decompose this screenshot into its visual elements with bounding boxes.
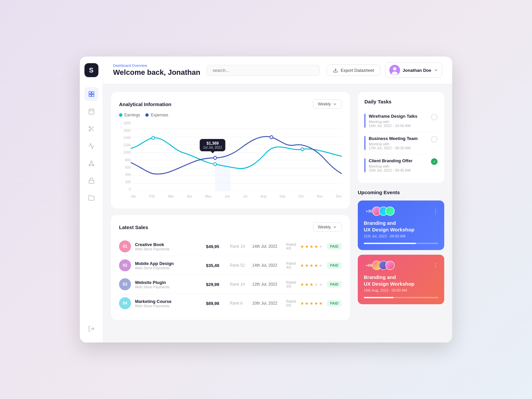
- task-info: Wireframe Design Talks Meeting with 16th…: [369, 114, 428, 128]
- chart-x-axis: JanFebMarAprMay JunJulAugSepOct NovDec: [131, 195, 342, 201]
- sales-section: Latest Sales Weekly 01 Creative Book: [111, 215, 350, 320]
- svg-line-17: [91, 162, 93, 165]
- task-checkbox[interactable]: [431, 136, 438, 143]
- avatar: [389, 65, 400, 75]
- event-participants: +35: [364, 206, 395, 216]
- event-progress-fill: [364, 297, 394, 298]
- page-title: Welcome back, Jonathan: [113, 68, 200, 77]
- svg-point-8: [89, 126, 90, 128]
- sidebar: S: [80, 57, 103, 342]
- svg-rect-1: [91, 92, 94, 94]
- sidebar-item-scissors[interactable]: [84, 122, 98, 136]
- task-checkbox[interactable]: [431, 114, 438, 120]
- svg-point-39: [214, 156, 216, 160]
- chart-y-axis: 1800160014001200 1000800600400 2000: [119, 121, 131, 191]
- sale-rating: Rated 4/5 ★★ ★★ ★: [286, 242, 323, 250]
- header-actions: Export Datasheet Jonathan Doe: [327, 63, 442, 78]
- sale-number: 03: [119, 278, 131, 290]
- svg-rect-3: [91, 94, 94, 97]
- sale-badge: PAID: [327, 243, 342, 250]
- header: Dashboard Overview Welcome back, Jonatha…: [103, 57, 452, 84]
- svg-point-24: [392, 71, 398, 75]
- sidebar-item-folder[interactable]: [84, 191, 98, 205]
- events-section: Upcoming Events +35: [358, 190, 444, 309]
- svg-point-36: [214, 163, 216, 166]
- event-participants: +69: [364, 261, 395, 270]
- expenses-dot: [145, 113, 149, 117]
- avatar: [385, 261, 395, 270]
- svg-line-16: [89, 162, 91, 165]
- legend-expenses: Expenses: [145, 113, 168, 117]
- avatar: [385, 206, 395, 216]
- event-menu-button[interactable]: ⋮: [433, 262, 438, 269]
- breadcrumb: Dashboard Overview: [113, 64, 200, 67]
- task-accent: [364, 114, 365, 128]
- table-row: 01 Creative Book Web Store Payments $49,…: [119, 237, 342, 256]
- svg-rect-0: [89, 92, 91, 94]
- events-title: Upcoming Events: [358, 190, 444, 195]
- event-card-red: +69 ⋮ Branding andUX Design Workshop 19t…: [358, 255, 444, 304]
- sale-number: 01: [119, 240, 131, 252]
- svg-point-23: [393, 67, 396, 70]
- right-panel: Daily Tasks Wireframe Design Talks Meeti…: [358, 92, 444, 334]
- search-input[interactable]: [207, 65, 320, 76]
- event-card-blue: +35 ⋮ Branding andUX Design Workshop 21t…: [358, 200, 444, 250]
- app-logo[interactable]: S: [84, 63, 98, 77]
- chart-header: Analytical Information Weekly: [119, 99, 342, 109]
- sale-badge: PAID: [327, 262, 342, 269]
- sidebar-item-calendar[interactable]: [84, 104, 98, 118]
- sale-badge: PAID: [327, 281, 342, 288]
- header-title: Dashboard Overview Welcome back, Jonatha…: [113, 64, 200, 77]
- chevron-down-icon: [333, 102, 337, 106]
- daily-tasks: Daily Tasks Wireframe Design Talks Meeti…: [358, 92, 444, 183]
- event-menu-button[interactable]: ⋮: [433, 208, 438, 214]
- event-card-header: +69 ⋮: [364, 261, 438, 270]
- svg-point-37: [152, 136, 155, 140]
- sidebar-item-logout[interactable]: [84, 322, 98, 336]
- sidebar-item-chart[interactable]: [84, 139, 98, 153]
- earnings-dot: [119, 113, 122, 117]
- sidebar-item-network[interactable]: [84, 156, 98, 170]
- sale-info: Marketing Course Web Store Payments: [135, 299, 202, 308]
- svg-line-12: [90, 128, 91, 129]
- chart-title: Analytical Information: [119, 101, 172, 107]
- sales-title: Latest Sales: [119, 224, 148, 230]
- sale-badge: PAID: [327, 300, 342, 307]
- sidebar-item-grid[interactable]: [84, 87, 98, 101]
- export-icon: [333, 67, 338, 73]
- sale-number: 04: [119, 297, 131, 309]
- event-progress-bar: [364, 297, 438, 298]
- event-datetime: 19th Aug, 2022 - 09:00 AM: [364, 288, 438, 292]
- chart-svg: [131, 121, 342, 191]
- task-info: Business Meeting Team Meeting with 17th …: [369, 136, 428, 150]
- svg-point-9: [89, 130, 90, 131]
- main-content: Dashboard Overview Welcome back, Jonatha…: [103, 57, 452, 342]
- event-datetime: 21th Jul, 2022 - 09:00 AM: [364, 234, 438, 238]
- content-area: Analytical Information Weekly Earnings: [103, 84, 452, 342]
- export-button[interactable]: Export Datasheet: [327, 65, 380, 76]
- event-progress-bar: [364, 243, 438, 244]
- chart-area: 1800160014001200 1000800600400 2000: [119, 121, 342, 201]
- svg-line-11: [92, 129, 94, 131]
- svg-rect-2: [89, 94, 91, 97]
- table-row: 04 Marketing Course Web Store Payments $…: [119, 294, 342, 313]
- chart-section: Analytical Information Weekly Earnings: [111, 92, 350, 208]
- task-accent: [364, 136, 365, 150]
- chart-period-button[interactable]: Weekly: [313, 99, 342, 109]
- table-row: 02 Mobile App Design Web Store Payments …: [119, 256, 342, 275]
- sidebar-item-lock[interactable]: [84, 174, 98, 188]
- sale-rating: Rated 4/5 ★★ ★★ ★: [286, 261, 323, 269]
- sales-period-button[interactable]: Weekly: [313, 222, 342, 232]
- chevron-down-icon: [434, 68, 438, 72]
- event-title: Branding andUX Design Workshop: [364, 274, 438, 287]
- event-card-header: +35 ⋮: [364, 206, 438, 216]
- task-checkbox-done[interactable]: ✓: [431, 158, 438, 165]
- task-item: Wireframe Design Talks Meeting with 16th…: [364, 110, 438, 132]
- legend-earnings: Earnings: [119, 113, 140, 117]
- table-row: 03 Website Plugin Web Store Payments $29…: [119, 275, 342, 294]
- user-profile[interactable]: Jonathan Doe: [385, 63, 442, 78]
- event-avatars: [372, 261, 395, 270]
- chevron-down-icon: [333, 225, 337, 229]
- svg-point-38: [301, 148, 304, 151]
- sale-info: Website Plugin Web Store Payments: [135, 280, 202, 289]
